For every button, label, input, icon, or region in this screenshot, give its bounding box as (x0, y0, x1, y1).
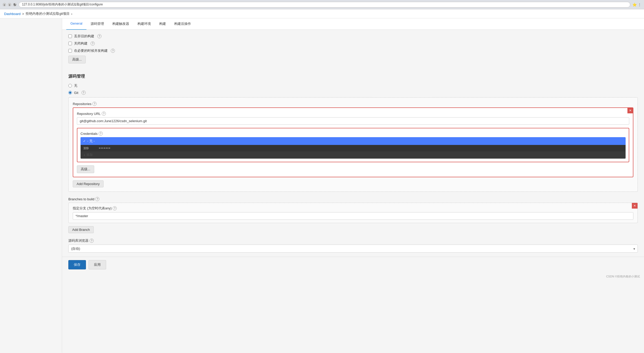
discard-builds-help: ? (97, 34, 101, 38)
none-label: 无 (74, 83, 77, 88)
content-area: General 源码管理 构建触发器 构建环境 构建 构建后操作 丢弃旧的构建 … (62, 18, 644, 353)
tab-general[interactable]: General (66, 18, 86, 30)
source-title: 源码管理 (68, 74, 638, 79)
plus-icon: + (83, 153, 85, 157)
git-radio-row: Git ? (68, 91, 638, 95)
repo-url-label: Repository URL (77, 112, 101, 116)
concurrent-checkbox[interactable] (68, 49, 72, 53)
scroll-content: 丢弃旧的构建 ? 关闭构建 ? 在必要的时候并发构建 ? 高级... 源码管理 (62, 30, 644, 281)
throttle-checkbox[interactable] (68, 42, 72, 45)
branch-close-btn[interactable]: ✕ (632, 203, 638, 209)
none-radio-row: 无 (68, 83, 638, 88)
copyright: CSDN ©拒绝内卷的小测试 (62, 273, 644, 281)
tab-triggers[interactable]: 构建触发器 (108, 18, 133, 30)
concurrent-label: 在必要的时候并发构建 (74, 48, 108, 53)
discard-builds-label: 丢弃旧的构建 (74, 34, 94, 39)
credentials-selected-label: - 无 - (87, 139, 95, 143)
branches-help: ? (95, 197, 99, 201)
branch-specifier-label-row: 指定分支 (为空时代表any) ? (73, 206, 633, 211)
footer-bar: 保存 应用 (62, 257, 644, 273)
git-radio[interactable] (68, 91, 72, 94)
throttle-row: 关闭构建 ? (68, 41, 638, 46)
repositories-help: ? (92, 102, 97, 106)
tab-env[interactable]: 构建环境 (133, 18, 155, 30)
save-btn[interactable]: 保存 (68, 260, 86, 269)
address-bar[interactable] (19, 2, 630, 8)
breadcrumb-arrow: › (71, 12, 72, 16)
browser-refresh[interactable]: ↻ (13, 3, 17, 6)
browser-actions: ⭐ ⋮ (632, 3, 641, 7)
browser-chrome: ‹ › ↻ ⭐ ⋮ (0, 0, 644, 9)
browser-controls: ‹ › ↻ (3, 3, 17, 6)
source-browser-section: 源码库浏览器 ? (自动) (68, 238, 638, 253)
repo-url-help: ? (102, 112, 106, 116)
repo-close-btn[interactable]: ✕ (627, 108, 633, 113)
discard-builds-checkbox[interactable] (68, 34, 72, 38)
breadcrumb: Dashboard > 拒绝内卷的小测试拉取git项目 › (0, 9, 644, 18)
source-browser-select-wrapper: (自动) (68, 245, 638, 253)
repo-advanced-btn[interactable]: 高级... (77, 165, 94, 173)
none-radio[interactable] (68, 84, 72, 87)
add-repository-btn[interactable]: Add Repository (73, 180, 104, 187)
main-layout: General 源码管理 构建触发器 构建环境 构建 构建后操作 丢弃旧的构建 … (0, 18, 644, 353)
credentials-add-link[interactable]: + 添加 (81, 151, 625, 158)
throttle-help: ? (91, 41, 95, 46)
credentials-label: Credentials (80, 132, 98, 136)
tabs-bar: General 源码管理 构建触发器 构建环境 构建 构建后操作 (62, 18, 644, 30)
credentials-dropdown[interactable]: ✓ - 无 - 309 ••••••• (80, 137, 626, 159)
credentials-help: ? (99, 131, 103, 136)
concurrent-help: ? (111, 49, 115, 53)
general-section: 丢弃旧的构建 ? 关闭构建 ? 在必要的时候并发构建 ? 高级... (62, 30, 644, 68)
check-icon: ✓ (83, 139, 86, 143)
branch-dashed-box: ✕ 指定分支 (为空时代表any) ? (68, 203, 638, 223)
branch-specifier-input[interactable] (73, 212, 633, 220)
branches-label-row: Branches to build ? (68, 197, 638, 201)
browser-forward[interactable]: › (8, 3, 11, 6)
source-management-section: 源码管理 无 Git ? Repositories ? (62, 68, 644, 257)
tab-post[interactable]: 构建后操作 (170, 18, 195, 30)
source-browser-label-row: 源码库浏览器 ? (68, 238, 638, 243)
branch-specifier-help: ? (113, 206, 117, 210)
breadcrumb-sep1: > (22, 12, 24, 16)
branch-specifier-label: 指定分支 (为空时代表any) (73, 206, 112, 211)
branches-section: Branches to build ? ✕ 指定分支 (为空时代表any) ? (68, 197, 638, 233)
credentials-selected-option[interactable]: ✓ - 无 - (80, 137, 626, 145)
credentials-label-row: Credentials ? (80, 131, 626, 136)
branches-label: Branches to build (68, 197, 94, 201)
repo-url-label-row: Repository URL ? (77, 112, 629, 116)
git-help: ? (82, 91, 86, 95)
throttle-label: 关闭构建 (74, 41, 87, 46)
general-advanced-btn[interactable]: 高级... (68, 56, 86, 63)
credentials-item-password: ••••••• (99, 146, 111, 150)
credentials-item-id: 309 (83, 146, 99, 150)
tab-build[interactable]: 构建 (155, 18, 170, 30)
apply-btn[interactable]: 应用 (89, 260, 106, 269)
breadcrumb-project: 拒绝内卷的小测试拉取git项目 (26, 11, 70, 16)
credentials-option-309[interactable]: 309 ••••••• (81, 145, 625, 151)
credentials-add-label: 添加 (86, 153, 93, 157)
credentials-dropdown-list: 309 ••••••• + 添加 (80, 145, 626, 159)
add-branch-btn[interactable]: Add Branch (68, 226, 94, 233)
concurrent-row: 在必要的时候并发构建 ? (68, 48, 638, 53)
source-browser-select[interactable]: (自动) (68, 245, 638, 253)
git-label: Git (74, 91, 78, 95)
repositories-label: Repositories (73, 102, 91, 106)
source-browser-label: 源码库浏览器 (68, 238, 89, 243)
tab-source[interactable]: 源码管理 (86, 18, 108, 30)
credentials-box: Credentials ? ✓ - 无 - (77, 128, 629, 162)
breadcrumb-dashboard[interactable]: Dashboard (4, 12, 21, 16)
repo-inner-box: ✕ Repository URL ? Credentials ? (73, 107, 633, 177)
sidebar (0, 18, 62, 353)
discard-builds-row: 丢弃旧的构建 ? (68, 34, 638, 39)
repositories-label-row: Repositories ? (73, 102, 633, 106)
repo-url-input[interactable] (77, 117, 629, 125)
browser-back[interactable]: ‹ (3, 3, 6, 6)
source-browser-help: ? (90, 239, 94, 243)
repositories-outer-box: Repositories ? ✕ Repository URL ? (68, 97, 638, 192)
